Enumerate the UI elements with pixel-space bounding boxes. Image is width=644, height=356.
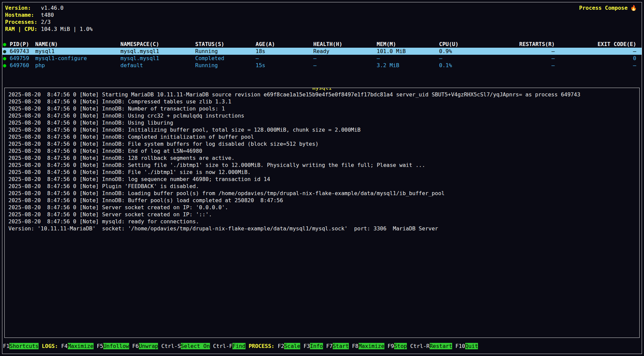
hotkey-action: Maximize <box>359 343 384 349</box>
cell-mem: 101.0 MiB <box>377 48 439 55</box>
header-dot-icon: ● <box>3 41 10 48</box>
hotkey-f8-maximize[interactable]: F8Maximize <box>352 343 384 349</box>
hotkey-f7-start[interactable]: F7Start <box>326 343 348 349</box>
col-status: STATUS(S) <box>195 41 256 48</box>
process-row-mysql1[interactable]: ●649743mysql1mysql.mysql1Running18sReady… <box>2 48 642 55</box>
col-mem: MEM(M) <box>377 41 439 48</box>
hotkey-key: F8 <box>352 343 358 349</box>
hotkey-ctrl-s-select-on[interactable]: Ctrl-SSelect On <box>161 343 210 349</box>
log-line: 2025-08-20 8:47:56 0 [Note] InnoDB: Numb… <box>8 105 636 112</box>
hotkey-action: Maximize <box>68 343 94 349</box>
hotkey-key: F7 <box>326 343 332 349</box>
col-exit-code: EXIT CODE(E) <box>555 41 636 48</box>
log-line: 2025-08-20 8:47:56 0 [Note] InnoDB: Comp… <box>8 133 636 140</box>
log-line: 2025-08-20 8:47:56 0 [Note] InnoDB: File… <box>8 169 636 176</box>
hotkey-key: F10 <box>455 343 465 349</box>
status-dot-icon: ● <box>3 62 10 69</box>
cell-exit-code: – <box>555 62 636 69</box>
log-panel[interactable]: mysql1 2025-08-20 8:47:56 0 [Note] Start… <box>4 88 640 338</box>
cell-restarts: – <box>489 62 555 69</box>
log-line: 2025-08-20 8:47:56 0 [Note] InnoDB: Sett… <box>8 162 636 169</box>
version-label: Version: <box>5 4 41 11</box>
col-restarts: RESTARTS(R) <box>489 41 555 48</box>
hotkey-action: Scale <box>284 343 300 349</box>
app-header: Version: v1.46.0 Process Compose🔥 Hostna… <box>5 4 637 33</box>
hotkey-ctrl-f-find[interactable]: Ctrl-FFind <box>213 343 245 349</box>
cell-namespace: mysql.mysql1 <box>120 48 195 55</box>
hotkey-key: F3 <box>304 343 310 349</box>
hotkey-f3-info[interactable]: F3Info <box>304 343 323 349</box>
cell-pid: 649760 <box>10 62 35 69</box>
hotkey-ctrl-r-restart[interactable]: Ctrl-RRestart <box>410 343 452 349</box>
processes-value: 2/3 <box>41 18 51 26</box>
hotkey-key: F6 <box>132 343 139 349</box>
hotkey-action: Start <box>333 343 349 349</box>
hotkey-f1-shortcuts[interactable]: F1Shortcuts <box>3 343 39 349</box>
hotkey-section-process: PROCESS: <box>249 343 274 349</box>
hotkey-action: Quit <box>465 343 478 349</box>
log-line: 2025-08-20 8:47:56 0 [Note] InnoDB: Init… <box>8 126 636 133</box>
process-compose-window: Version: v1.46.0 Process Compose🔥 Hostna… <box>2 2 642 354</box>
col-pid: PID(P) <box>10 41 35 48</box>
processes-label: Processes: <box>5 18 41 26</box>
log-line: 2025-08-20 8:47:56 0 [Note] InnoDB: Usin… <box>8 112 636 119</box>
log-line: Version: '10.11.11-MariaDB' socket: '/ho… <box>8 225 636 232</box>
cell-namespace: default <box>120 62 195 69</box>
log-line: 2025-08-20 8:47:56 0 [Note] InnoDB: log … <box>8 176 636 183</box>
log-line: 2025-08-20 8:47:56 0 [Note] Server socke… <box>8 204 636 211</box>
log-line: 2025-08-20 8:47:56 0 [Note] InnoDB: 128 … <box>8 154 636 162</box>
hotkey-action: Find <box>232 343 246 349</box>
cell-health: – <box>313 62 377 69</box>
log-line: 2025-08-20 8:47:56 0 [Note] InnoDB: File… <box>8 140 636 147</box>
cell-age: – <box>256 55 313 62</box>
cell-health: Ready <box>313 48 377 55</box>
process-row-php[interactable]: ●649760phpdefaultRunning15s–3.2 MiB0.1%–… <box>2 62 642 69</box>
cell-name: php <box>35 62 120 69</box>
status-dot-icon: ● <box>3 48 10 55</box>
cell-cpu: – <box>439 55 489 62</box>
version-value: v1.46.0 <box>41 4 63 11</box>
col-age: AGE(A) <box>256 41 313 48</box>
status-dot-icon: ● <box>3 55 10 62</box>
hotkey-f9-stop[interactable]: F9Stop <box>387 343 407 349</box>
hotkey-f2-scale[interactable]: F2Scale <box>278 343 300 349</box>
log-content: 2025-08-20 8:47:56 0 [Note] Starting Mar… <box>5 88 639 235</box>
hotkey-section-logs: LOGS: <box>42 343 58 349</box>
cell-age: 15s <box>256 62 313 69</box>
app-title: Process Compose🔥 <box>579 4 637 11</box>
hotkey-f6-unwrap[interactable]: F6Unwrap <box>132 343 158 349</box>
process-table: ● PID(P) NAME(N) NAMESPACE(C) STATUS(S) … <box>2 41 642 69</box>
cell-cpu: 0.9% <box>439 48 489 55</box>
version-line: Version: v1.46.0 Process Compose🔥 <box>5 4 637 11</box>
cell-exit-code: 0 <box>555 55 636 62</box>
cell-status: Completed <box>195 55 256 62</box>
hotkey-f5-unfollow[interactable]: F5Unfollow <box>97 343 129 349</box>
hotkey-bar: F1Shortcuts LOGS: F4Maximize F5Unfollow … <box>3 343 636 350</box>
col-health: HEALTH(H) <box>313 41 377 48</box>
hotkey-action: Shortcuts <box>9 343 39 349</box>
cell-cpu: 0.1% <box>439 62 489 69</box>
col-name: NAME(N) <box>35 41 120 48</box>
log-line: 2025-08-20 8:47:56 0 [Note] InnoDB: Load… <box>8 190 636 197</box>
log-line: 2025-08-20 8:47:56 0 [Note] InnoDB: Comp… <box>8 98 636 105</box>
hotkey-key: F4 <box>61 343 67 349</box>
processes-line: Processes: 2/3 <box>5 18 637 26</box>
hotkey-f4-maximize[interactable]: F4Maximize <box>61 343 93 349</box>
cell-age: 18s <box>256 48 313 55</box>
cell-status: Running <box>195 62 256 69</box>
process-rows: ●649743mysql1mysql.mysql1Running18sReady… <box>2 48 642 69</box>
hotkey-action: Restart <box>430 343 452 349</box>
log-line: 2025-08-20 8:47:56 0 [Note] InnoDB: Usin… <box>8 119 636 126</box>
cell-exit-code: – <box>555 48 636 55</box>
log-line: 2025-08-20 8:47:56 0 [Note] Starting Mar… <box>8 91 636 98</box>
log-line: 2025-08-20 8:47:56 0 [Note] Server socke… <box>8 211 636 218</box>
hotkey-key: Ctrl-R <box>410 343 430 349</box>
log-line: 2025-08-20 8:47:56 0 [Note] mysqld: read… <box>8 218 636 225</box>
hotkey-f10-quit[interactable]: F10Quit <box>455 343 478 349</box>
hotkey-key: F5 <box>97 343 103 349</box>
process-row-mysql1-configure[interactable]: ●649759mysql1-configuremysql.mysql1Compl… <box>2 55 642 62</box>
hostname-value: t480 <box>41 11 54 18</box>
cell-pid: 649743 <box>10 48 35 55</box>
cell-mem: 3.2 MiB <box>377 62 439 69</box>
log-line: 2025-08-20 8:47:56 0 [Note] InnoDB: Buff… <box>8 197 636 204</box>
